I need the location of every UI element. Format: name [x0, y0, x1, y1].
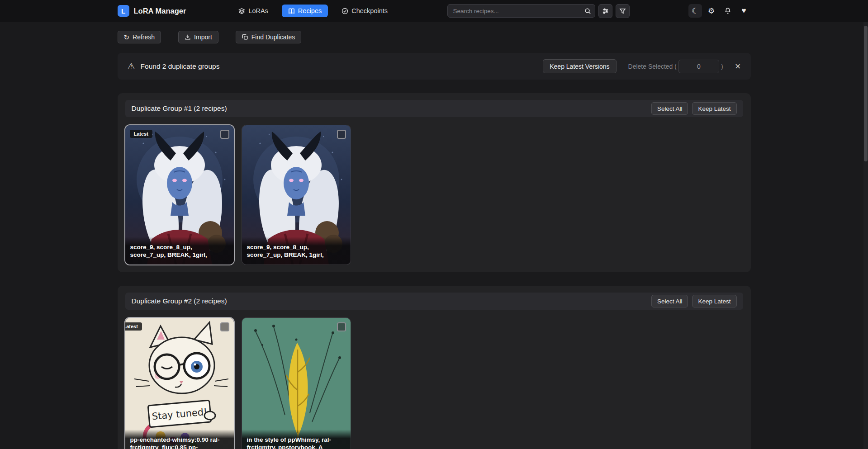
card-caption: score_9, score_8_up, score_7_up, BREAK, …	[242, 237, 351, 265]
tab-label: Recipes	[298, 7, 322, 14]
card-checkbox[interactable]	[337, 322, 346, 331]
refresh-button[interactable]: ↻ Refresh	[118, 31, 161, 43]
nav-search-group	[447, 4, 630, 18]
duplicate-group-panel-1: Duplicate Group #1 (2 recipes) Select Al…	[118, 93, 751, 272]
book-icon	[288, 8, 295, 14]
close-icon: ×	[735, 61, 741, 72]
settings-button[interactable]: ⚙	[705, 4, 718, 18]
latest-badge: Latest	[130, 130, 152, 138]
select-all-button[interactable]: Select All	[651, 295, 688, 307]
tab-checkpoints[interactable]: Checkpoints	[340, 5, 389, 17]
card-row: Stay tuned! Latest pp-enchanted-whimsy:0…	[125, 318, 743, 449]
import-icon	[185, 34, 191, 40]
recipe-card[interactable]: Latest score_9, score_8_up, score_7_up, …	[125, 125, 234, 265]
card-checkbox[interactable]	[220, 130, 229, 139]
banner-close-button[interactable]: ×	[735, 61, 741, 71]
tab-loras[interactable]: LoRAs	[237, 5, 270, 17]
delete-selected-group: Delete Selected ( )	[628, 60, 723, 73]
nav-utility-icons: ☾ ⚙ ♥	[688, 4, 751, 18]
brand[interactable]: L LoRA Manager	[118, 5, 186, 17]
funnel-icon	[619, 8, 626, 14]
warning-icon: ⚠	[128, 61, 135, 71]
delete-selected-suffix: )	[721, 63, 723, 70]
search-icon	[584, 8, 591, 14]
nav-tabs: LoRAs Recipes Checkpoints	[237, 5, 389, 17]
import-button[interactable]: Import	[178, 31, 218, 43]
recipe-card[interactable]: Stay tuned! Latest pp-enchanted-whimsy:0…	[125, 318, 234, 449]
check-circle-icon	[342, 8, 348, 14]
card-caption: in the style of ppWhimsy, ral-frctlgmtry…	[242, 430, 351, 449]
card-row: Latest score_9, score_8_up, score_7_up, …	[125, 125, 743, 265]
theme-toggle-button[interactable]: ☾	[688, 4, 702, 18]
group-title: Duplicate Group #1 (2 recipes)	[132, 104, 227, 113]
card-checkbox[interactable]	[220, 322, 229, 331]
group-actions: Select All Keep Latest	[651, 295, 737, 307]
scrollbar-thumb[interactable]	[864, 26, 868, 161]
refresh-icon: ↻	[124, 34, 130, 41]
sort-options-button[interactable]	[598, 4, 612, 18]
search-box	[447, 4, 595, 18]
keep-latest-button[interactable]: Keep Latest	[692, 102, 736, 115]
filter-button[interactable]	[616, 4, 630, 18]
notifications-button[interactable]	[721, 4, 735, 18]
search-input[interactable]	[453, 8, 581, 14]
duplicates-banner: ⚠ Found 2 duplicate groups Keep Latest V…	[118, 53, 751, 80]
keep-latest-versions-button[interactable]: Keep Latest Versions	[543, 59, 616, 73]
keep-latest-button[interactable]: Keep Latest	[692, 295, 736, 307]
select-all-button[interactable]: Select All	[651, 102, 688, 115]
heart-icon: ♥	[741, 6, 746, 15]
duplicate-group-panel-2: Duplicate Group #2 (2 recipes) Select Al…	[118, 286, 751, 449]
tab-recipes[interactable]: Recipes	[282, 5, 328, 17]
recipe-card[interactable]: score_9, score_8_up, score_7_up, BREAK, …	[242, 125, 351, 265]
toolbar: ↻ Refresh Import Find Duplicates	[118, 31, 751, 43]
search-button[interactable]	[581, 5, 595, 17]
moon-icon: ☾	[692, 6, 698, 16]
group-title: Duplicate Group #2 (2 recipes)	[132, 297, 227, 305]
recipe-card[interactable]: in the style of ppWhimsy, ral-frctlgmtry…	[242, 318, 351, 449]
duplicates-icon	[242, 34, 248, 40]
app-title: LoRA Manager	[134, 7, 186, 15]
gear-icon: ⚙	[708, 6, 715, 16]
find-duplicates-button[interactable]: Find Duplicates	[236, 31, 302, 43]
banner-message: Found 2 duplicate groups	[141, 62, 220, 71]
banner-actions: Keep Latest Versions Delete Selected ( )…	[543, 59, 740, 73]
tab-label: LoRAs	[248, 7, 268, 14]
delete-selected-prefix: Delete Selected (	[628, 63, 677, 70]
card-caption: score_9, score_8_up, score_7_up, BREAK, …	[125, 237, 234, 265]
card-caption: pp-enchanted-whimsy:0.90 ral-frctlgmtry_…	[125, 430, 234, 449]
app-logo-icon: L	[118, 5, 129, 17]
delete-selected-count-input[interactable]	[678, 60, 719, 73]
layers-icon	[238, 8, 245, 14]
group-header: Duplicate Group #1 (2 recipes) Select Al…	[125, 100, 743, 117]
scrollbar[interactable]	[863, 22, 868, 449]
card-checkbox[interactable]	[337, 130, 346, 139]
favorites-button[interactable]: ♥	[737, 4, 751, 18]
main-content: ↻ Refresh Import Find Duplicates ⚠ Found…	[118, 31, 751, 449]
sliders-icon	[602, 8, 609, 14]
tab-label: Checkpoints	[351, 7, 388, 14]
group-header: Duplicate Group #2 (2 recipes) Select Al…	[125, 293, 743, 310]
bell-icon	[724, 7, 731, 14]
latest-badge: Latest	[125, 322, 142, 331]
group-actions: Select All Keep Latest	[651, 102, 737, 115]
navbar: L LoRA Manager LoRAs Recipes Checkpoints	[0, 0, 868, 22]
